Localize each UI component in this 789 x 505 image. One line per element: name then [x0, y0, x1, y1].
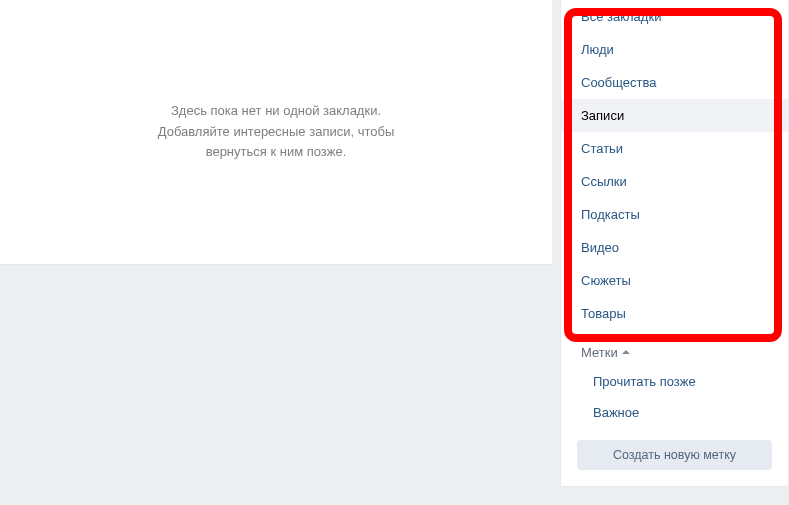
label-item-read-later[interactable]: Прочитать позже: [561, 366, 788, 397]
sidebar-item-podcasts[interactable]: Подкасты: [561, 198, 788, 231]
sidebar-item-all[interactable]: Все закладки: [561, 0, 788, 33]
empty-state-panel: Здесь пока нет ни одной закладки. Добавл…: [0, 0, 552, 265]
bookmarks-sidebar: Все закладки Люди Сообщества Записи Стат…: [560, 0, 789, 487]
label-item-important[interactable]: Важное: [561, 397, 788, 428]
create-label-button[interactable]: Создать новую метку: [577, 440, 772, 470]
sidebar-item-label: Статьи: [581, 141, 623, 156]
sidebar-item-label: Ссылки: [581, 174, 627, 189]
sidebar-item-posts[interactable]: Записи: [561, 99, 788, 132]
sidebar-item-people[interactable]: Люди: [561, 33, 788, 66]
sidebar-item-video[interactable]: Видео: [561, 231, 788, 264]
empty-state-text: Здесь пока нет ни одной закладки. Добавл…: [158, 101, 395, 163]
sidebar-item-stories[interactable]: Сюжеты: [561, 264, 788, 297]
category-list: Все закладки Люди Сообщества Записи Стат…: [561, 0, 788, 330]
sidebar-item-articles[interactable]: Статьи: [561, 132, 788, 165]
label-item-text: Важное: [593, 405, 639, 420]
sidebar-item-label: Подкасты: [581, 207, 640, 222]
sidebar-item-label: Все закладки: [581, 9, 661, 24]
create-label-button-text: Создать новую метку: [613, 448, 736, 462]
labels-header-text: Метки: [581, 345, 618, 360]
empty-line-3: вернуться к ним позже.: [158, 142, 395, 163]
labels-header[interactable]: Метки: [561, 336, 788, 366]
sidebar-item-label: Сюжеты: [581, 273, 631, 288]
create-label-wrap: Создать новую метку: [561, 428, 788, 486]
sidebar-item-links[interactable]: Ссылки: [561, 165, 788, 198]
empty-line-2: Добавляйте интересные записи, чтобы: [158, 122, 395, 143]
sidebar-item-communities[interactable]: Сообщества: [561, 66, 788, 99]
labels-section: Метки Прочитать позже Важное Создать нов…: [561, 330, 788, 486]
sidebar-item-label: Люди: [581, 42, 614, 57]
sidebar-item-label: Записи: [581, 108, 624, 123]
sidebar-item-label: Видео: [581, 240, 619, 255]
sidebar-item-label: Сообщества: [581, 75, 657, 90]
sidebar-item-label: Товары: [581, 306, 626, 321]
label-item-text: Прочитать позже: [593, 374, 696, 389]
empty-line-1: Здесь пока нет ни одной закладки.: [158, 101, 395, 122]
sidebar-item-goods[interactable]: Товары: [561, 297, 788, 330]
chevron-up-icon: [622, 350, 630, 354]
